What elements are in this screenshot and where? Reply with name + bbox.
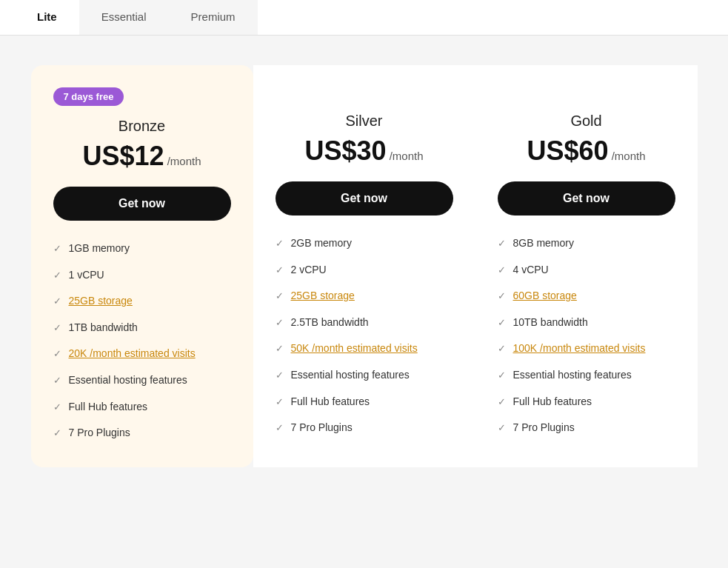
check-icon: ✓ [275, 316, 284, 330]
check-icon: ✓ [275, 395, 284, 409]
get-now-button[interactable]: Get now [53, 187, 231, 221]
free-badge: 7 days free [53, 87, 124, 106]
feature-text: 7 Pro Plugins [291, 421, 353, 435]
check-icon: ✓ [53, 374, 61, 387]
check-icon: ✓ [275, 264, 284, 277]
plan-name: Gold [498, 113, 675, 130]
plans-container: 7 days free Bronze US$12 /month Get now … [0, 36, 728, 482]
feature-item: ✓ Essential hosting features [498, 368, 675, 383]
feature-text: Essential hosting features [513, 368, 632, 383]
plan-amount: US$60 [527, 136, 608, 166]
feature-item: ✓ 2.5TB bandwidth [275, 315, 453, 330]
plan-name: Silver [275, 113, 453, 130]
feature-item: ✓ 7 Pro Plugins [498, 421, 675, 435]
feature-item: ✓ 1GB memory [53, 241, 231, 256]
feature-text: 10TB bandwidth [513, 315, 588, 330]
plan-price: US$12 /month [53, 141, 231, 172]
feature-link[interactable]: 50K /month estimated visits [291, 341, 418, 356]
check-icon: ✓ [275, 421, 284, 435]
tabs-bar: LiteEssentialPremium [0, 0, 728, 36]
feature-text: Essential hosting features [69, 373, 187, 388]
feature-link[interactable]: 25GB storage [69, 294, 133, 309]
plan-period: /month [164, 155, 201, 167]
plan-card-silver: Silver US$30 /month Get now ✓ 2GB memory… [253, 65, 475, 467]
feature-item: ✓ 4 vCPU [498, 263, 675, 278]
check-icon: ✓ [53, 427, 61, 440]
get-now-button[interactable]: Get now [498, 181, 675, 215]
check-icon: ✓ [498, 316, 506, 330]
feature-text: Full Hub features [291, 395, 370, 410]
plan-amount: US$30 [304, 136, 386, 166]
feature-item: ✓ 2GB memory [275, 236, 453, 251]
plan-price: US$30 /month [275, 136, 453, 167]
feature-text: 2.5TB bandwidth [291, 315, 369, 330]
feature-item: ✓ 100K /month estimated visits [498, 341, 675, 356]
feature-item: ✓ 60GB storage [498, 289, 675, 304]
feature-item: ✓ 25GB storage [53, 294, 231, 309]
feature-item: ✓ Full Hub features [53, 400, 231, 415]
feature-text: Full Hub features [69, 400, 148, 415]
feature-item: ✓ 7 Pro Plugins [53, 426, 231, 441]
feature-item: ✓ Full Hub features [275, 395, 453, 410]
plan-price: US$60 /month [498, 136, 675, 167]
features-list: ✓ 1GB memory ✓ 1 vCPU ✓ 25GB storage ✓ 1… [53, 241, 231, 441]
feature-text: 1GB memory [69, 241, 130, 256]
feature-item: ✓ 1TB bandwidth [53, 321, 231, 335]
get-now-button[interactable]: Get now [275, 181, 453, 215]
check-icon: ✓ [498, 290, 506, 303]
feature-text: 7 Pro Plugins [69, 426, 130, 441]
feature-item: ✓ 8GB memory [498, 236, 675, 251]
plan-card-bronze: 7 days free Bronze US$12 /month Get now … [31, 65, 253, 467]
feature-item: ✓ 7 Pro Plugins [275, 421, 453, 435]
feature-item: ✓ 50K /month estimated visits [275, 341, 453, 356]
feature-text: 2GB memory [291, 236, 352, 251]
check-icon: ✓ [53, 347, 61, 361]
check-icon: ✓ [275, 290, 284, 303]
check-icon: ✓ [53, 321, 61, 335]
feature-text: 1TB bandwidth [69, 321, 138, 335]
feature-item: ✓ Essential hosting features [53, 373, 231, 388]
feature-text: 4 vCPU [513, 263, 549, 278]
plan-name: Bronze [53, 118, 231, 135]
check-icon: ✓ [53, 269, 61, 282]
check-icon: ✓ [53, 242, 61, 255]
check-icon: ✓ [275, 342, 284, 355]
feature-link[interactable]: 25GB storage [291, 289, 355, 304]
plan-amount: US$12 [82, 141, 164, 171]
feature-item: ✓ Full Hub features [498, 395, 675, 410]
feature-link[interactable]: 100K /month estimated visits [513, 341, 646, 356]
tab-essential[interactable]: Essential [79, 0, 169, 35]
plan-period: /month [387, 150, 424, 162]
feature-item: ✓ 2 vCPU [275, 263, 453, 278]
plan-period: /month [609, 150, 646, 162]
check-icon: ✓ [53, 295, 61, 308]
feature-item: ✓ 25GB storage [275, 289, 453, 304]
feature-link[interactable]: 20K /month estimated visits [69, 347, 196, 361]
feature-item: ✓ 10TB bandwidth [498, 315, 675, 330]
feature-link[interactable]: 60GB storage [513, 289, 577, 304]
feature-text: 2 vCPU [291, 263, 327, 278]
tab-lite[interactable]: Lite [15, 0, 79, 35]
feature-text: 1 vCPU [69, 268, 104, 283]
check-icon: ✓ [498, 237, 506, 250]
check-icon: ✓ [498, 395, 506, 409]
feature-text: 8GB memory [513, 236, 574, 251]
feature-text: 7 Pro Plugins [513, 421, 575, 435]
feature-item: ✓ 1 vCPU [53, 268, 231, 283]
tab-premium[interactable]: Premium [169, 0, 258, 35]
check-icon: ✓ [498, 421, 506, 435]
check-icon: ✓ [498, 264, 506, 277]
check-icon: ✓ [498, 369, 506, 382]
check-icon: ✓ [498, 342, 506, 355]
features-list: ✓ 2GB memory ✓ 2 vCPU ✓ 25GB storage ✓ 2… [275, 236, 453, 435]
plan-card-gold: Gold US$60 /month Get now ✓ 8GB memory ✓… [475, 65, 698, 467]
feature-item: ✓ 20K /month estimated visits [53, 347, 231, 361]
check-icon: ✓ [275, 237, 284, 250]
feature-item: ✓ Essential hosting features [275, 368, 453, 383]
features-list: ✓ 8GB memory ✓ 4 vCPU ✓ 60GB storage ✓ 1… [498, 236, 675, 435]
check-icon: ✓ [275, 369, 284, 382]
feature-text: Essential hosting features [291, 368, 410, 383]
check-icon: ✓ [53, 401, 61, 414]
feature-text: Full Hub features [513, 395, 592, 410]
